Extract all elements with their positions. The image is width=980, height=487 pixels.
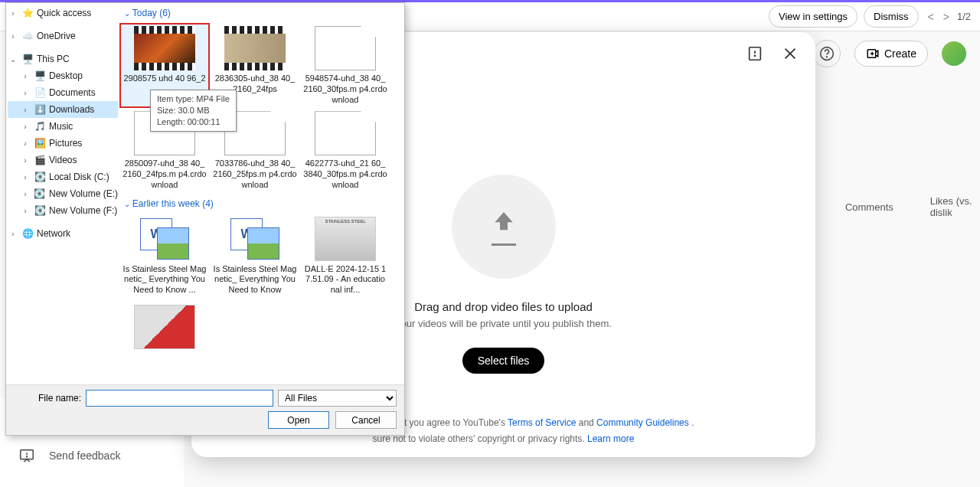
file-item-3[interactable]: 5948574-uhd_38 40_2160_30fps.m p4.crdown… bbox=[300, 23, 390, 108]
network-icon: 🌐 bbox=[21, 227, 34, 240]
tree-vol-f[interactable]: ›💽New Volume (F:) bbox=[8, 202, 118, 219]
file-icon bbox=[315, 111, 376, 155]
tooltip-length: Length: 00:00:11 bbox=[157, 116, 230, 128]
report-icon[interactable] bbox=[746, 45, 763, 62]
file-item-7[interactable]: W Is Stainless Steel Magnetic_ Everythin… bbox=[119, 214, 210, 299]
filetype-select[interactable]: All Files bbox=[278, 390, 397, 407]
file-item-8[interactable]: W Is Stainless Steel Magnetic_ Everythin… bbox=[210, 214, 300, 299]
learn-more-link[interactable]: Learn more bbox=[587, 433, 634, 444]
svg-point-7 bbox=[754, 55, 755, 56]
file-item-9[interactable]: STAINLESS STEEL DALL·E 2024-12-15 17.51.… bbox=[300, 214, 390, 299]
file-list: Today (6) 2908575 uhd 40 96_2 2836305-uh… bbox=[118, 5, 403, 385]
star-icon: ⭐ bbox=[21, 7, 34, 19]
banner-prev[interactable]: < bbox=[928, 11, 934, 23]
video-thumb-icon bbox=[224, 26, 286, 70]
video-thumb-icon bbox=[134, 26, 195, 70]
tree-documents[interactable]: ›📄Documents bbox=[8, 84, 118, 101]
word-doc-icon: W bbox=[224, 217, 286, 261]
svg-point-5 bbox=[27, 456, 28, 457]
open-button[interactable]: Open bbox=[268, 411, 329, 429]
tree-network[interactable]: ›🌐Network bbox=[8, 225, 118, 242]
upload-underline bbox=[492, 244, 516, 246]
tree-desktop[interactable]: ›🖥️Desktop bbox=[8, 67, 118, 84]
tooltip-type: Item type: MP4 File bbox=[157, 93, 230, 105]
file-grid-earlier: W Is Stainless Steel Magnetic_ Everythin… bbox=[118, 212, 403, 300]
filename-label: File name: bbox=[14, 393, 81, 404]
banner-count: 1/2 bbox=[957, 11, 971, 22]
upload-subtitle: Your videos will be private until you pu… bbox=[395, 318, 612, 329]
upload-circle bbox=[452, 175, 556, 279]
select-files-button[interactable]: Select files bbox=[462, 348, 545, 374]
tree-pictures[interactable]: ›🖼️Pictures bbox=[8, 135, 118, 152]
desktop-icon: 🖥️ bbox=[34, 70, 46, 82]
tree-vol-e[interactable]: ›💽New Volume (E:) bbox=[8, 185, 118, 202]
tooltip-size: Size: 30.0 MB bbox=[157, 105, 230, 116]
group-today[interactable]: Today (6) bbox=[118, 5, 403, 21]
word-doc-icon: W bbox=[134, 217, 195, 261]
tree-this-pc[interactable]: ⌄🖥️This PC bbox=[8, 51, 118, 67]
tree-quick-access[interactable]: ›⭐Quick access bbox=[8, 5, 118, 21]
pc-icon: 🖥️ bbox=[21, 53, 34, 65]
upload-title: Drag and drop video files to upload bbox=[414, 300, 593, 313]
tree-downloads[interactable]: ›⬇️Downloads bbox=[8, 101, 118, 118]
group-earlier[interactable]: Earlier this week (4) bbox=[118, 195, 403, 212]
tab-comments[interactable]: Comments bbox=[845, 201, 893, 213]
file-dialog-footer: File name: All Files Open Cancel bbox=[6, 384, 404, 435]
close-icon[interactable] bbox=[782, 45, 799, 62]
cloud-icon: ☁️ bbox=[21, 30, 34, 42]
svg-point-1 bbox=[827, 57, 828, 57]
help-icon[interactable] bbox=[813, 40, 841, 67]
create-label: Create bbox=[884, 47, 916, 60]
tree-local-c[interactable]: ›💽Local Disk (C:) bbox=[8, 168, 118, 185]
image-thumb-icon bbox=[134, 305, 195, 349]
tree-onedrive[interactable]: ›☁️OneDrive bbox=[8, 28, 118, 44]
feedback-icon bbox=[18, 447, 35, 464]
documents-icon: 📄 bbox=[34, 87, 46, 99]
file-item-10[interactable] bbox=[119, 302, 210, 355]
file-item-6[interactable]: 4622773-uhd_21 60_3840_30fps.m p4.crdown… bbox=[300, 108, 390, 193]
disk-icon: 💽 bbox=[34, 171, 46, 183]
file-picker-dialog: ›⭐Quick access ›☁️OneDrive ⌄🖥️This PC ›🖥… bbox=[5, 2, 405, 436]
view-settings-button[interactable]: View in settings bbox=[769, 5, 858, 28]
file-tooltip: Item type: MP4 File Size: 30.0 MB Length… bbox=[150, 90, 237, 132]
filename-input[interactable] bbox=[86, 390, 273, 407]
folder-tree: ›⭐Quick access ›☁️OneDrive ⌄🖥️This PC ›🖥… bbox=[8, 5, 118, 384]
disk-icon: 💽 bbox=[34, 204, 46, 217]
tree-videos[interactable]: ›🎬Videos bbox=[8, 152, 118, 168]
sidebar-item-feedback[interactable]: Send feedback bbox=[0, 436, 184, 475]
file-grid-extra bbox=[118, 300, 403, 357]
avatar[interactable] bbox=[942, 41, 966, 66]
footer-dot: . bbox=[691, 417, 694, 428]
create-icon bbox=[866, 47, 880, 60]
image-thumb-icon: STAINLESS STEEL bbox=[315, 217, 376, 261]
upload-arrow-icon bbox=[487, 208, 521, 239]
footer-and: and bbox=[579, 417, 596, 428]
downloads-icon: ⬇️ bbox=[34, 103, 46, 116]
tab-likes[interactable]: Likes (vs. dislik bbox=[930, 195, 980, 218]
tos-link[interactable]: Terms of Service bbox=[508, 417, 576, 428]
cancel-button[interactable]: Cancel bbox=[335, 411, 397, 429]
sidebar-label-feedback: Send feedback bbox=[49, 449, 120, 462]
disk-icon: 💽 bbox=[34, 188, 46, 200]
pictures-icon: 🖼️ bbox=[34, 137, 46, 149]
guidelines-link[interactable]: Community Guidelines bbox=[596, 417, 689, 428]
tree-music[interactable]: ›🎵Music bbox=[8, 118, 118, 135]
file-icon bbox=[315, 26, 376, 70]
create-button[interactable]: Create bbox=[854, 41, 928, 67]
dismiss-button[interactable]: Dismiss bbox=[864, 5, 919, 28]
music-icon: 🎵 bbox=[34, 120, 46, 132]
banner-next[interactable]: > bbox=[943, 11, 949, 23]
videos-icon: 🎬 bbox=[34, 154, 46, 166]
